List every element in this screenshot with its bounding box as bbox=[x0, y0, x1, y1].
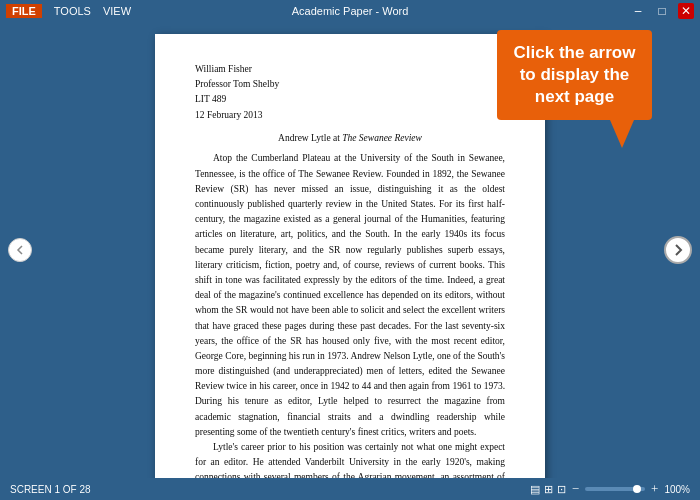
course-id: LIT 489 bbox=[195, 92, 505, 107]
document-header: William Fisher Professor Tom Shelby LIT … bbox=[195, 62, 505, 123]
main-area: Click the arrow to display the next page… bbox=[0, 22, 700, 478]
minimize-button[interactable]: – bbox=[630, 3, 646, 19]
next-page-button[interactable] bbox=[664, 236, 692, 264]
fit-view-icon[interactable]: ⊡ bbox=[557, 483, 566, 496]
close-button[interactable]: ✕ bbox=[678, 3, 694, 19]
restore-button[interactable]: □ bbox=[654, 3, 670, 19]
zoom-slider[interactable] bbox=[585, 487, 645, 491]
window-title: Academic Paper - Word bbox=[292, 5, 409, 17]
view-icons: ▤ ⊞ ⊡ bbox=[530, 483, 566, 496]
paragraph-2: Lytle's career prior to his position was… bbox=[195, 440, 505, 478]
zoom-thumb bbox=[633, 485, 641, 493]
title-bar: FILE TOOLS VIEW Academic Paper - Word – … bbox=[0, 0, 700, 22]
status-right: ▤ ⊞ ⊡ − + 100% bbox=[530, 481, 690, 497]
paragraph-1: Atop the Cumberland Plateau at the Unive… bbox=[195, 151, 505, 440]
author-name: William Fisher bbox=[195, 62, 505, 77]
chevron-left-icon bbox=[15, 245, 25, 255]
professor-name: Professor Tom Shelby bbox=[195, 77, 505, 92]
grid-view-icon[interactable]: ⊞ bbox=[544, 483, 553, 496]
zoom-percentage: 100% bbox=[664, 484, 690, 495]
chevron-right-icon bbox=[672, 244, 684, 256]
section-title-italic: The Sewanee Review bbox=[342, 133, 422, 143]
page-view-icon[interactable]: ▤ bbox=[530, 483, 540, 496]
zoom-in-icon[interactable]: + bbox=[651, 481, 658, 497]
file-menu[interactable]: FILE bbox=[6, 4, 42, 18]
section-title: Andrew Lytle at The Sewanee Review bbox=[195, 131, 505, 146]
document-page: William Fisher Professor Tom Shelby LIT … bbox=[155, 34, 545, 478]
window-controls: – □ ✕ bbox=[630, 3, 694, 19]
document-body: Atop the Cumberland Plateau at the Unive… bbox=[195, 151, 505, 478]
previous-page-button[interactable] bbox=[8, 238, 32, 262]
status-bar: SCREEN 1 OF 28 ▤ ⊞ ⊡ − + 100% bbox=[0, 478, 700, 500]
section-title-text: Andrew Lytle at bbox=[278, 133, 342, 143]
screen-indicator: SCREEN 1 OF 28 bbox=[10, 484, 91, 495]
tools-menu[interactable]: TOOLS bbox=[54, 5, 91, 17]
menu-bar: FILE TOOLS VIEW bbox=[6, 4, 131, 18]
callout-tooltip: Click the arrow to display the next page bbox=[497, 30, 652, 120]
view-menu[interactable]: VIEW bbox=[103, 5, 131, 17]
zoom-out-icon[interactable]: − bbox=[572, 481, 579, 497]
date: 12 February 2013 bbox=[195, 108, 505, 123]
